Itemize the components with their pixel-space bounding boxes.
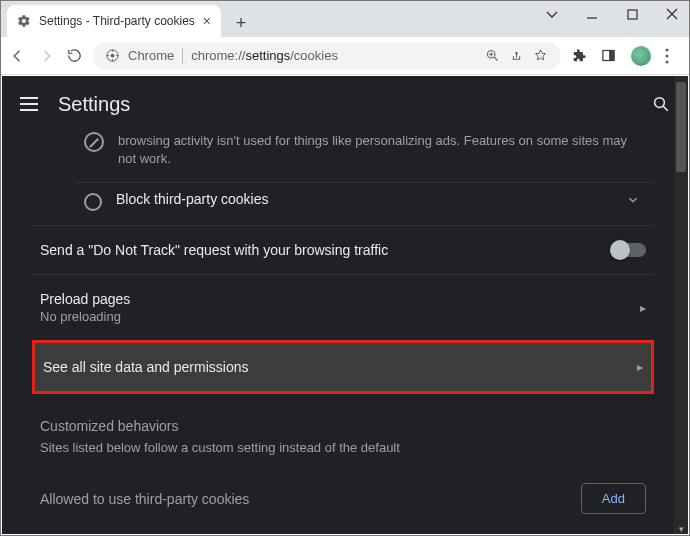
blocked-icon (84, 132, 104, 152)
allowed-label: Allowed to use third-party cookies (40, 491, 249, 507)
svg-line-7 (494, 57, 497, 60)
sidepanel-icon[interactable] (601, 48, 617, 64)
address-bar[interactable]: Chrome chrome://settings/cookies (93, 42, 561, 70)
forward-button[interactable] (37, 47, 55, 65)
browser-toolbar: Chrome chrome://settings/cookies (1, 37, 689, 75)
menu-icon[interactable] (665, 48, 681, 64)
option-prev-truncated: browsing activity isn't used for things … (76, 132, 654, 182)
svg-line-16 (663, 106, 668, 111)
search-settings-button[interactable] (652, 95, 670, 113)
omnibox-divider (182, 48, 183, 64)
url-text: chrome://settings/cookies (191, 48, 338, 63)
svg-point-14 (665, 60, 668, 63)
section-heading: Customized behaviors (32, 394, 654, 440)
setting-site-data[interactable]: See all site data and permissions ▸ (35, 343, 651, 391)
setting-label: Preload pages (40, 291, 130, 307)
toolbar-right (571, 46, 681, 66)
tab-title: Settings - Third-party cookies (39, 14, 195, 28)
scroll-down-arrow[interactable]: ▾ (674, 524, 688, 534)
option-block-third-party[interactable]: Block third-party cookies (76, 182, 654, 225)
vertical-scrollbar[interactable]: ▾ (674, 76, 688, 534)
profile-avatar[interactable] (631, 46, 651, 66)
chevron-right-icon: ▸ (637, 360, 643, 374)
scrollbar-thumb[interactable] (676, 82, 686, 172)
section-desc: Sites listed below follow a custom setti… (32, 440, 654, 465)
svg-point-12 (665, 48, 668, 51)
chevron-right-icon: ▸ (640, 301, 646, 315)
settings-appbar: Settings (2, 76, 688, 132)
zoom-icon[interactable] (485, 48, 501, 64)
share-icon[interactable] (509, 48, 525, 64)
svg-rect-1 (628, 10, 637, 19)
svg-rect-11 (609, 50, 614, 60)
setting-sublabel: No preloading (40, 309, 130, 324)
svg-point-13 (665, 54, 668, 57)
toggle-switch[interactable] (612, 243, 646, 257)
new-tab-button[interactable]: + (227, 9, 255, 37)
setting-label: See all site data and permissions (43, 359, 248, 375)
back-button[interactable] (9, 47, 27, 65)
radio-unchecked-icon[interactable] (84, 193, 102, 211)
browser-tab[interactable]: Settings - Third-party cookies × (7, 5, 221, 37)
site-info-icon[interactable] (105, 48, 120, 63)
browser-window: Settings - Third-party cookies × + Chrom… (0, 0, 690, 536)
option-title: Block third-party cookies (116, 191, 612, 207)
close-icon[interactable]: × (203, 13, 211, 29)
option-desc: browsing activity isn't used for things … (118, 132, 646, 168)
chevron-down-icon[interactable] (626, 193, 646, 207)
settings-panel: browsing activity isn't used for things … (2, 132, 674, 518)
window-minimize-icon[interactable] (585, 7, 599, 21)
page-title: Settings (58, 93, 130, 116)
bookmark-icon[interactable] (533, 48, 549, 64)
add-button[interactable]: Add (581, 483, 646, 514)
setting-do-not-track[interactable]: Send a "Do Not Track" request with your … (32, 225, 654, 274)
setting-label: Send a "Do Not Track" request with your … (40, 242, 388, 258)
menu-hamburger-icon[interactable] (20, 97, 38, 111)
svg-point-5 (111, 54, 115, 58)
window-close-icon[interactable] (665, 7, 679, 21)
highlighted-row: See all site data and permissions ▸ (32, 340, 654, 394)
window-controls (545, 7, 679, 21)
window-maximize-icon[interactable] (625, 7, 639, 21)
svg-point-15 (655, 98, 665, 108)
window-collapse-icon[interactable] (545, 7, 559, 21)
setting-preload-pages[interactable]: Preload pages No preloading ▸ (32, 274, 654, 340)
gear-icon (17, 14, 31, 28)
omnibox-scheme-label: Chrome (128, 48, 174, 63)
settings-content: Settings browsing activity isn't used fo… (2, 76, 688, 534)
reload-button[interactable] (65, 47, 83, 65)
extensions-icon[interactable] (571, 48, 587, 64)
allowed-cookies-row: Allowed to use third-party cookies Add (32, 465, 654, 518)
